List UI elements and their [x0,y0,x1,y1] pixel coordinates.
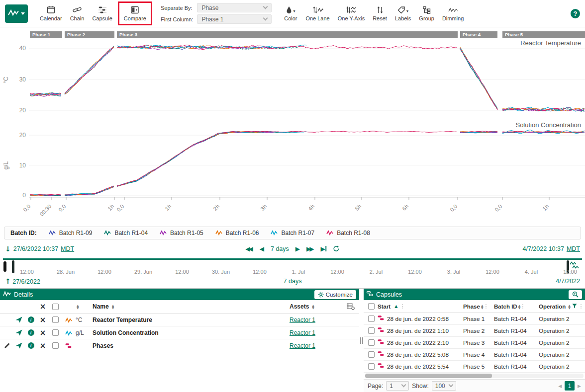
column-operation[interactable]: Operation▲▼ [539,304,584,310]
send-to-trend-icon[interactable] [13,316,25,323]
step-back-full-icon[interactable]: ◀◀ [245,246,253,252]
svg-text:30: 30 [19,76,26,83]
first-column-label: First Column: [161,16,193,22]
capsule-row[interactable]: 28 de jun. de 2022 0:58Phase 1Batch R1-0… [364,313,585,325]
info-icon[interactable]: i [25,342,37,349]
timebar-tick: 12:00 [408,269,422,275]
customize-button[interactable]: Customize [314,290,356,299]
info-icon[interactable]: i [25,329,37,336]
timeline-scrubber[interactable]: 12:0028. Jun12:0029. Jun12:0030. Jun12:0… [3,258,582,276]
toolbar-group-button[interactable]: Group [415,3,438,23]
refresh-icon[interactable] [333,245,340,253]
toolbar-labels-button[interactable]: ▾Labels [391,3,415,23]
capsule-row[interactable]: 28 de jun. de 2022 1:10Phase 2Batch R1-0… [364,325,585,337]
details-row[interactable]: i×PhasesReactor 1 [0,339,359,352]
filter-icon[interactable] [572,304,577,310]
panel-splitter[interactable] [359,289,364,392]
horizontal-scrollbar[interactable] [365,374,584,378]
show-select[interactable]: 100 [432,381,456,391]
column-assets[interactable]: Assets▲▼ [290,303,343,310]
oneyaxis-icon [346,5,357,14]
first-column-value: Phase 1 [201,16,223,23]
timezone-link[interactable]: MDT [61,245,74,252]
row-checkbox[interactable] [49,316,62,323]
capsule-phase: Phase 4 [463,351,494,358]
toolbar-calendar-button[interactable]: Calendar [36,1,66,25]
scrubber-edge-handle[interactable] [3,261,6,272]
row-checkbox[interactable] [365,363,378,370]
timeline-labels: ↑ 27/6/2022 7 days 4/7/2022 [5,277,580,286]
help-button[interactable]: ? [571,9,580,18]
prev-page-icon[interactable]: ◀ [558,384,562,389]
remove-icon[interactable]: × [37,315,49,324]
step-back-icon[interactable]: ◀ [260,246,264,252]
row-checkbox[interactable] [365,315,378,322]
row-checkbox[interactable] [365,351,378,358]
item-name: Solution Concentration [93,329,290,336]
send-to-trend-icon[interactable] [13,329,25,336]
zoom-to-capsule-button[interactable] [569,290,582,299]
svg-text:1h: 1h [164,203,172,212]
remove-icon[interactable]: × [37,341,49,350]
row-checkbox[interactable] [49,329,62,336]
legend-item: Batch R1-04 [104,230,148,237]
toolbar-color-button[interactable]: ▾Color [280,3,301,23]
details-row[interactable]: i×g/LSolution ConcentrationReactor 1 [0,326,359,339]
toolbar-one-lane-button[interactable]: One Lane [301,3,333,23]
separate-by-select[interactable]: Phase [197,3,272,12]
timezone-link[interactable]: MDT [567,245,580,252]
row-checkbox[interactable] [365,327,378,334]
condition-icon [378,351,385,358]
capsules-rows: 28 de jun. de 2022 0:58Phase 1Batch R1-0… [364,313,585,373]
row-checkbox[interactable] [49,342,62,349]
capsule-row[interactable]: 28 de jun. de 2022 5:08Phase 4Batch R1-0… [364,349,585,361]
toolbar-one-y-axis-button[interactable]: One Y-Axis [334,3,369,23]
next-page-icon[interactable]: ▶ [578,384,581,389]
page-select[interactable]: 1 [386,381,409,391]
toolbar-reset-button[interactable]: Reset [369,3,391,23]
capsule-row[interactable]: 28 de jun. de 2022 2:10Phase 3Batch R1-0… [364,337,585,349]
grid-settings-icon[interactable] [343,303,358,310]
column-name[interactable]: Name▲▼ [93,303,290,310]
column-phase[interactable]: Phase▲▼ [463,304,494,310]
legend-item: Batch R1-08 [326,230,370,237]
step-to-end-icon[interactable]: ▶ [321,246,327,252]
select-all-checkbox[interactable] [365,303,378,310]
asset-link[interactable]: Reactor 1 [290,316,315,323]
select-all-checkbox[interactable] [49,304,62,310]
toolbar-compare-button[interactable]: Compare [120,3,150,23]
toolbar-dimming-button[interactable]: Dimming [438,3,468,23]
magnifier-plus-icon [572,291,579,298]
scrollbar-thumb[interactable] [365,374,492,378]
column-start[interactable]: Start▲ [378,304,463,310]
scrubber-left-handle[interactable] [12,260,14,273]
trend-chart[interactable]: 40302020100°Cg/LReactor TemperatureSolut… [0,27,585,224]
current-page-button[interactable]: 1 [565,381,575,391]
svg-text:g/L: g/L [2,161,9,169]
asset-link[interactable]: Reactor 1 [290,329,315,336]
capsule-operation: Operation 2 [539,351,584,358]
timebar-tick: 12:00 [98,269,111,275]
toolbar-chain-button[interactable]: Chain [66,1,89,25]
toolbar-capsule-button[interactable]: Capsule [88,1,116,25]
info-icon[interactable]: i [25,316,37,323]
remove-all-icon[interactable]: × [37,302,49,311]
capsule-row[interactable]: 28 de jun. de 2022 5:54Phase 5Batch R1-0… [364,361,585,373]
sort-control[interactable]: ▲▼ [76,304,93,309]
edit-pencil-icon[interactable] [1,342,13,349]
trend-view-button[interactable] [5,4,28,23]
timebar-tick: 12:00 [175,269,189,275]
send-to-trend-icon[interactable] [13,342,25,349]
first-column-select[interactable]: Phase 1 [197,14,272,24]
column-batch-id[interactable]: Batch ID▲▼ [494,304,539,310]
details-row[interactable]: i×°CReactor TemperatureReactor 1 [0,314,359,326]
asset-link[interactable]: Reactor 1 [290,342,315,349]
step-forward-icon[interactable]: ▶ [295,246,300,252]
remove-icon[interactable]: × [37,328,49,337]
svg-text:Phase 2: Phase 2 [67,32,85,37]
step-forward-full-icon[interactable]: ▶▶ [306,246,314,252]
row-checkbox[interactable] [365,339,378,346]
arrow-down-icon[interactable]: ↓ [5,245,11,253]
capsule-start: 28 de jun. de 2022 1:10 [387,327,449,334]
arrow-up-icon[interactable]: ↑ [5,277,11,285]
